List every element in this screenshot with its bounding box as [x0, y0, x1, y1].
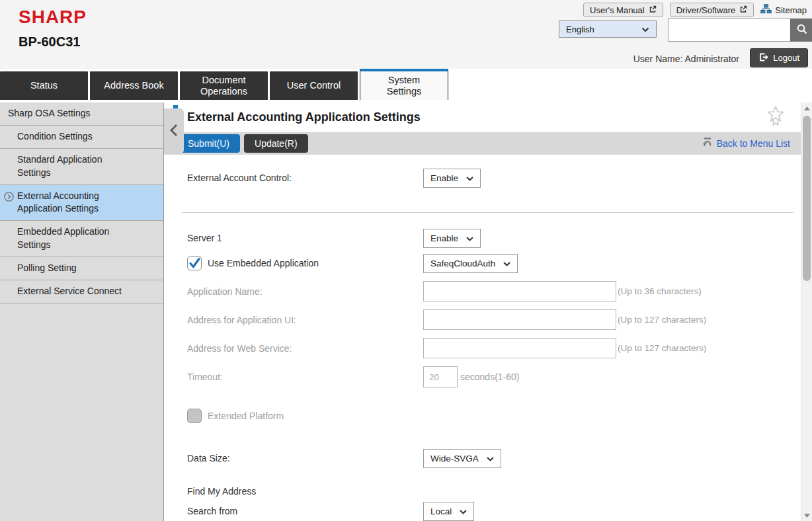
search-from-row: Search from Local [187, 501, 801, 521]
sidebar: Sharp OSA Settings Condition Settings St… [0, 102, 164, 521]
content-scrollbar[interactable] [801, 102, 812, 521]
page: SHARP BP-60C31 User's Manual Driver/Soft… [0, 0, 812, 521]
server1-value: Enable [430, 233, 458, 243]
search-button[interactable] [790, 19, 812, 42]
tab-system-settings-label: System Settings [387, 75, 421, 97]
address-for-web-service-hint: (Up to 127 characters) [618, 343, 706, 353]
sidebar-item-embedded-application-settings[interactable]: Embedded Application Settings [0, 221, 163, 257]
use-embedded-application-label: Use Embedded Application [208, 258, 319, 268]
address-for-application-ui-input[interactable] [423, 309, 616, 330]
tab-document-operations-label: Document Operations [200, 75, 247, 97]
tab-user-control-label: User Control [287, 80, 341, 91]
use-embedded-application-checkbox[interactable] [187, 256, 202, 270]
server1-row: Server 1 Enable [187, 228, 801, 248]
tab-document-operations[interactable]: Document Operations [180, 71, 268, 100]
external-account-control-label: External Account Control: [187, 173, 423, 183]
update-button[interactable]: Update(R) [244, 134, 308, 153]
model-name: BP-60C31 [19, 34, 80, 50]
chevron-down-icon [641, 24, 649, 34]
use-embedded-application-cell: Use Embedded Application [187, 256, 423, 270]
sidebar-item-condition-settings[interactable]: Condition Settings [0, 126, 163, 149]
action-toolbar: Submit(U) Update(R) Back to Menu List [164, 132, 801, 155]
sidebar-item-external-service-connect[interactable]: External Service Connect [0, 280, 163, 303]
main-tabs: Status Address Book Document Operations … [0, 69, 812, 100]
logout-icon [758, 52, 768, 64]
page-title: External Accounting Application Settings [187, 110, 421, 124]
back-to-menu-label: Back to Menu List [717, 138, 790, 149]
search-input[interactable] [668, 19, 790, 42]
external-link-icon [649, 5, 657, 15]
embedded-application-value: SafeqCloudAuth [430, 259, 495, 268]
server1-label: Server 1 [187, 233, 423, 243]
circled-chevron-right-icon [4, 192, 14, 206]
sitemap-link[interactable]: Sitemap [760, 4, 807, 16]
tab-status-label: Status [30, 80, 58, 91]
users-manual-label: User's Manual [590, 5, 645, 15]
chevron-left-icon [170, 124, 178, 140]
tab-address-book-label: Address Book [104, 80, 163, 91]
favorite-star-icon[interactable] [766, 105, 785, 129]
extended-platform-checkbox [187, 409, 202, 423]
sidebar-collapse-button[interactable] [164, 108, 184, 154]
data-size-select[interactable]: Wide-SVGA [423, 449, 501, 468]
chevron-down-icon [503, 259, 510, 268]
main-area: Sharp OSA Settings Condition Settings St… [0, 100, 812, 521]
address-for-web-service-input[interactable] [423, 338, 616, 358]
server1-select[interactable]: Enable [423, 229, 481, 248]
search-from-value: Local [430, 506, 452, 516]
back-to-menu-link[interactable]: Back to Menu List [702, 137, 790, 150]
driver-software-button[interactable]: Driver/Software [670, 3, 754, 17]
data-size-value: Wide-SVGA [430, 454, 479, 463]
external-account-control-value: Enable [430, 173, 458, 183]
submit-button[interactable]: Submit(U) [177, 134, 240, 153]
tab-status[interactable]: Status [0, 71, 88, 100]
application-name-label: Application Name: [187, 286, 423, 297]
logout-label: Logout [773, 53, 799, 63]
sitemap-icon [760, 4, 772, 16]
external-account-control-select[interactable]: Enable [423, 169, 481, 188]
data-size-label: Data Size: [187, 453, 423, 463]
driver-software-label: Driver/Software [676, 5, 736, 15]
language-select[interactable]: English [559, 20, 657, 38]
application-name-input[interactable] [423, 281, 616, 301]
tab-user-control[interactable]: User Control [270, 71, 358, 100]
tab-address-book[interactable]: Address Book [90, 71, 178, 100]
use-embedded-application-row: Use Embedded Application SafeqCloudAuth [187, 253, 801, 273]
content: External Accounting Application Settings… [164, 102, 801, 521]
address-for-application-ui-label: Address for Application UI: [187, 315, 423, 325]
chevron-down-icon [487, 454, 494, 463]
users-manual-button[interactable]: User's Manual [583, 3, 663, 17]
data-size-row: Data Size: Wide-SVGA [187, 448, 801, 468]
find-my-address-label: Find My Address [187, 486, 423, 497]
application-name-row: Application Name: (Up to 36 characters) [187, 281, 801, 301]
tab-system-settings[interactable]: System Settings [360, 69, 448, 100]
sidebar-item-standard-application-settings[interactable]: Standard Application Settings [0, 149, 163, 185]
scroll-down-arrow-icon[interactable] [801, 510, 812, 521]
language-selected: English [566, 24, 594, 34]
embedded-application-select[interactable]: SafeqCloudAuth [423, 254, 518, 273]
sidebar-item-polling-setting[interactable]: Polling Setting [0, 257, 163, 280]
search-icon [796, 23, 808, 37]
extended-platform-label: Extended Platform [208, 411, 284, 421]
timeout-suffix: seconds(1-60) [460, 372, 520, 382]
search-area [668, 19, 812, 42]
timeout-row: Timeout: seconds(1-60) [187, 366, 801, 387]
address-for-web-service-label: Address for Web Service: [187, 343, 423, 354]
chevron-down-icon [460, 506, 467, 516]
scrollbar-thumb[interactable] [803, 116, 811, 281]
sharp-logo: SHARP [19, 7, 87, 28]
timeout-input[interactable] [423, 366, 458, 387]
sidebar-item-sharp-osa-settings[interactable]: Sharp OSA Settings [0, 102, 163, 126]
section-divider [182, 212, 793, 213]
settings-form: External Account Control: Enable Server … [164, 155, 801, 521]
chevron-down-icon [466, 233, 473, 243]
address-for-application-ui-hint: (Up to 127 characters) [618, 315, 706, 325]
title-bar: External Accounting Application Settings [164, 102, 801, 132]
header: SHARP BP-60C31 User's Manual Driver/Soft… [0, 0, 812, 69]
top-links: User's Manual Driver/Software Sitemap [583, 3, 807, 17]
scroll-up-arrow-icon[interactable] [801, 102, 812, 114]
logout-button[interactable]: Logout [750, 48, 808, 67]
sidebar-item-external-accounting-application-settings[interactable]: External Accounting Application Settings [0, 185, 163, 221]
search-from-select[interactable]: Local [423, 502, 474, 521]
timeout-label: Timeout: [187, 372, 423, 382]
